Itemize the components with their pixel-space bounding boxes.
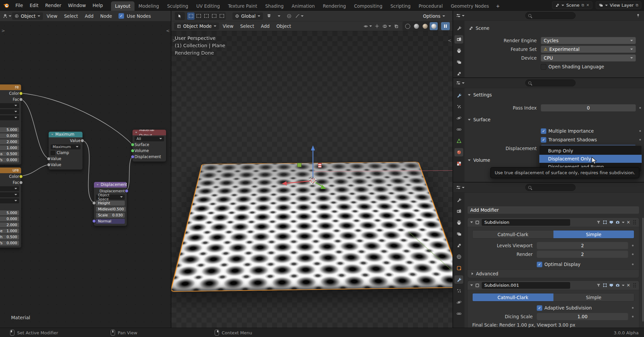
menu-help[interactable]: Help bbox=[89, 1, 106, 10]
tab-modeling[interactable]: Modeling bbox=[135, 1, 163, 11]
edit-mode-toggle[interactable] bbox=[603, 283, 607, 287]
tab-object-properties[interactable] bbox=[454, 264, 463, 272]
snap-settings-dropdown[interactable] bbox=[275, 12, 283, 20]
node-enum[interactable] bbox=[0, 109, 19, 114]
shading-material-button[interactable] bbox=[421, 22, 429, 30]
device-dropdown[interactable]: CPU bbox=[541, 54, 636, 62]
height-field[interactable]: Height bbox=[96, 201, 125, 206]
shader-menu-add[interactable]: Add bbox=[82, 12, 97, 20]
tab-texture-properties[interactable] bbox=[454, 159, 463, 168]
modifier-name-field[interactable]: Subdivision.001 bbox=[482, 282, 570, 289]
modifier-extras-dropdown[interactable] bbox=[622, 222, 625, 223]
socket-displacement-out[interactable] bbox=[125, 189, 128, 193]
socket-color-out[interactable] bbox=[19, 175, 23, 179]
tab-constraint-properties[interactable] bbox=[454, 310, 463, 318]
xray-toggle[interactable] bbox=[392, 22, 400, 30]
node-math-maximum[interactable]: Maximum Value Maximum Clamp Value Value bbox=[48, 131, 83, 170]
vp-menu-object[interactable]: Object bbox=[273, 22, 294, 30]
editor-type-properties-button[interactable] bbox=[456, 79, 465, 87]
animate-dot[interactable] bbox=[639, 130, 641, 132]
node-value-field[interactable]: 0.000 bbox=[0, 133, 19, 138]
tab-tool[interactable] bbox=[454, 24, 463, 32]
object-visibility-dropdown[interactable] bbox=[363, 22, 372, 30]
pass-index-field[interactable]: 0 bbox=[541, 104, 636, 112]
section-surface[interactable]: Surface bbox=[465, 116, 644, 124]
add-workspace-button[interactable]: + bbox=[493, 1, 503, 11]
node-value-field[interactable]: 1.000 bbox=[0, 145, 19, 150]
editor-type-properties-button[interactable] bbox=[456, 184, 465, 192]
tab-output-properties[interactable] bbox=[454, 218, 463, 227]
tab-view-layer-properties[interactable] bbox=[454, 230, 463, 238]
scrollbar[interactable] bbox=[642, 218, 644, 322]
socket-height-in[interactable] bbox=[92, 201, 96, 205]
catmull-clark-button[interactable]: Catmull-Clark bbox=[473, 293, 553, 301]
expand-icon[interactable] bbox=[470, 284, 473, 286]
drag-handle[interactable] bbox=[633, 283, 636, 288]
editor-type-shader-button[interactable] bbox=[3, 12, 11, 20]
tab-uv-editing[interactable]: UV Editing bbox=[192, 1, 224, 11]
active-tool-button[interactable] bbox=[175, 12, 185, 20]
transform-orientation-dropdown[interactable]: Global bbox=[232, 12, 263, 20]
node-value-field[interactable]: igh0.500 bbox=[0, 234, 19, 240]
midlevel-field[interactable]: Midlevel0.500 bbox=[96, 207, 126, 212]
properties-search-input[interactable] bbox=[525, 184, 576, 191]
node-texture-a[interactable]: re Color Fac 5.000 0.000 2.000 1.000 nes… bbox=[0, 84, 21, 165]
normal-field[interactable]: Normal bbox=[96, 219, 125, 224]
node-value-field[interactable]: ness0.500 bbox=[0, 151, 19, 156]
tab-render-properties[interactable] bbox=[454, 207, 463, 215]
on-cage-toggle[interactable] bbox=[596, 220, 601, 224]
close-icon[interactable]: ✕ bbox=[627, 283, 630, 288]
menu-render[interactable]: Render bbox=[42, 1, 65, 10]
modifier-name-field[interactable]: Subdivision bbox=[482, 219, 570, 226]
realtime-toggle[interactable] bbox=[609, 220, 613, 224]
shader-type-dropdown[interactable]: Object bbox=[12, 12, 43, 20]
tab-scene-properties[interactable] bbox=[454, 69, 463, 77]
animate-dot[interactable] bbox=[639, 139, 641, 141]
node-canvas[interactable]: re Color Fac 5.000 0.000 2.000 1.000 nes… bbox=[0, 21, 171, 328]
scale-field[interactable]: Scale0.030 bbox=[96, 213, 125, 218]
multiple-importance-checkbox[interactable]: ✓ bbox=[541, 128, 546, 134]
select-mode-extend[interactable] bbox=[195, 12, 202, 20]
vp-menu-view[interactable]: View bbox=[220, 22, 236, 30]
viewport-canvas[interactable]: User Perspective (1) Collection | Plane … bbox=[171, 31, 452, 328]
edit-mode-toggle[interactable] bbox=[603, 220, 607, 224]
node-value-field[interactable]: 5.000 bbox=[0, 127, 19, 132]
tab-render-properties[interactable] bbox=[454, 35, 463, 44]
animate-dot[interactable] bbox=[632, 316, 634, 318]
vp-menu-select[interactable]: Select bbox=[237, 22, 257, 30]
blender-logo[interactable] bbox=[3, 2, 10, 8]
node-value-field[interactable]: 2.000 bbox=[0, 139, 19, 144]
animate-dot[interactable] bbox=[632, 264, 634, 265]
node-displacement[interactable]: Displacement Displacement Object Space H… bbox=[94, 182, 127, 226]
render-levels-field[interactable]: 2 bbox=[537, 251, 628, 258]
realtime-toggle[interactable] bbox=[609, 283, 613, 287]
modifier-header[interactable]: Subdivision.001 ✕ bbox=[468, 281, 639, 290]
properties-search-input[interactable] bbox=[525, 79, 576, 86]
scene-selector[interactable]: Scene ⧉ ✕ bbox=[552, 1, 592, 9]
socket-fac-out[interactable] bbox=[19, 98, 23, 102]
tab-world-properties[interactable] bbox=[454, 253, 463, 261]
dicing-scale-field[interactable]: 1.00 bbox=[537, 313, 628, 320]
socket-value-in[interactable] bbox=[47, 157, 51, 161]
simple-button[interactable]: Simple bbox=[553, 293, 634, 301]
node-material-output[interactable]: Material Output All Surface Volume Displ… bbox=[132, 129, 166, 162]
node-enum[interactable] bbox=[0, 103, 19, 108]
catmull-clark-button[interactable]: Catmull-Clark bbox=[473, 230, 553, 238]
snap-toggle[interactable] bbox=[265, 12, 273, 20]
tab-geometry-nodes[interactable]: Geometry Nodes bbox=[447, 1, 493, 11]
menu-edit[interactable]: Edit bbox=[26, 1, 42, 10]
expand-icon[interactable] bbox=[470, 221, 473, 223]
tab-physics-properties[interactable] bbox=[454, 298, 463, 307]
delete-scene-icon[interactable]: ✕ bbox=[586, 3, 589, 7]
view-layer-selector[interactable]: View Layer ⧉ bbox=[596, 1, 641, 9]
socket-surface-in[interactable] bbox=[131, 143, 135, 147]
editor-type-properties-button[interactable] bbox=[456, 12, 465, 20]
node-value-field[interactable]: ffs0.000 bbox=[0, 241, 19, 246]
tab-animation[interactable]: Animation bbox=[288, 1, 319, 11]
render-engine-dropdown[interactable]: Cycles bbox=[541, 37, 636, 44]
socket-fac-out[interactable] bbox=[19, 181, 23, 185]
sidebar-expand-icon[interactable]: < bbox=[166, 28, 170, 33]
select-mode-set[interactable] bbox=[187, 12, 195, 20]
toolbar-expand-icon[interactable]: > bbox=[1, 28, 5, 33]
shader-menu-view[interactable]: View bbox=[44, 12, 60, 20]
